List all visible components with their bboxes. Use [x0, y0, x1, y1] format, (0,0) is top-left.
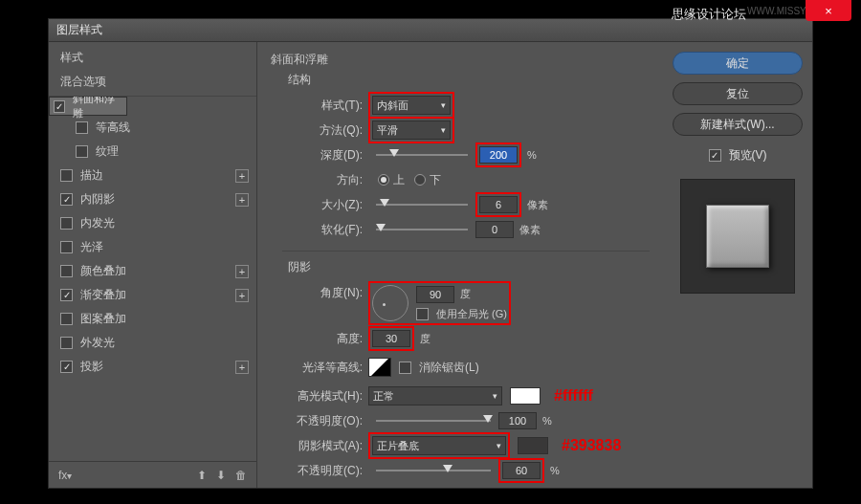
fx-icon[interactable]: fx▾: [56, 467, 74, 484]
preview-swatch: [706, 205, 769, 268]
sidebar-footer: fx▾ ⬆ ⬇ 🗑: [49, 461, 256, 488]
direction-label: 方向:: [294, 172, 368, 188]
direction-up-radio[interactable]: [378, 174, 389, 186]
highlight-color-swatch[interactable]: [510, 387, 541, 405]
sidebar-item-satin[interactable]: 光泽: [49, 235, 256, 259]
checkbox-icon[interactable]: [60, 217, 73, 230]
checkbox-icon[interactable]: [76, 145, 88, 158]
annotation-shadow-color: #393838: [562, 437, 621, 454]
sidebar-item-texture[interactable]: 纹理: [49, 140, 256, 164]
plus-icon[interactable]: +: [235, 289, 249, 302]
arrow-up-icon[interactable]: ⬆: [195, 467, 209, 484]
sidebar-style-list: 斜面和浮雕 等高线 纹理 描边+ 内阴影+ 内发光 光泽 颜色叠加+ 渐变叠加+…: [49, 97, 256, 461]
shading-group-title: 阴影: [288, 259, 650, 275]
shadow-mode-label: 阴影模式(A):: [294, 438, 368, 454]
antialias-checkbox[interactable]: [399, 362, 411, 374]
size-input[interactable]: [479, 196, 518, 213]
direction-down-radio[interactable]: [414, 174, 426, 186]
checkbox-icon[interactable]: [76, 121, 88, 134]
pixel-unit: 像素: [519, 223, 541, 237]
shadow-color-swatch[interactable]: [518, 437, 548, 454]
reset-button[interactable]: 复位: [673, 82, 803, 105]
trash-icon[interactable]: 🗑: [233, 467, 249, 484]
annotation-highlight-color: #ffffff: [554, 387, 593, 405]
forum-overlay-text: 思缘设计论坛: [672, 6, 746, 23]
sidebar-header: 样式: [49, 42, 256, 70]
altitude-label: 高度:: [294, 331, 368, 347]
depth-input[interactable]: [479, 146, 518, 164]
highlight-opacity-label: 不透明度(O):: [294, 413, 368, 429]
settings-panel: 斜面和浮雕 结构 样式(T): 内斜面▾ 方法(Q): 平滑▾ 深度(D):: [257, 42, 663, 488]
sidebar-blend-options[interactable]: 混合选项: [49, 70, 256, 97]
plus-icon[interactable]: +: [235, 361, 249, 374]
checkbox-icon[interactable]: [60, 361, 73, 373]
chevron-down-icon: ▾: [441, 100, 446, 110]
highlight-opacity-slider[interactable]: [376, 415, 491, 427]
checkbox-icon[interactable]: [60, 289, 73, 301]
highlight-mode-label: 高光模式(H):: [294, 388, 368, 405]
angle-input[interactable]: [416, 286, 454, 303]
chevron-down-icon: ▾: [497, 441, 501, 450]
plus-icon[interactable]: +: [235, 193, 249, 207]
checkbox-icon[interactable]: [60, 169, 73, 182]
checkbox-icon[interactable]: [60, 337, 73, 349]
plus-icon[interactable]: +: [235, 169, 249, 183]
method-label: 方法(Q):: [294, 122, 368, 139]
chevron-down-icon: ▾: [493, 391, 497, 401]
gloss-contour-label: 光泽等高线:: [294, 360, 368, 376]
structure-group-title: 结构: [288, 72, 650, 88]
altitude-input[interactable]: [372, 330, 410, 347]
depth-label: 深度(D):: [294, 147, 368, 164]
highlight-opacity-input[interactable]: [498, 412, 537, 429]
sidebar-item-gradient-overlay[interactable]: 渐变叠加+: [49, 283, 256, 307]
size-label: 大小(Z):: [294, 197, 368, 213]
shadow-opacity-slider[interactable]: [376, 465, 491, 476]
size-slider[interactable]: [376, 199, 468, 210]
checkbox-icon[interactable]: [60, 193, 73, 206]
angle-dial[interactable]: [372, 285, 408, 321]
angle-label: 角度(N):: [294, 281, 368, 301]
sidebar-item-stroke[interactable]: 描边+: [49, 164, 256, 187]
plus-icon[interactable]: +: [235, 265, 249, 278]
section-title: 斜面和浮雕: [271, 52, 650, 68]
sidebar-item-pattern-overlay[interactable]: 图案叠加: [49, 307, 256, 331]
shadow-mode-select[interactable]: 正片叠底▾: [372, 436, 506, 455]
soften-slider[interactable]: [376, 224, 468, 235]
shadow-opacity-label: 不透明度(C):: [294, 463, 368, 479]
dialog-right-panel: 确定 复位 新建样式(W)... 预览(V): [663, 42, 812, 488]
gloss-contour-picker[interactable]: [368, 358, 391, 377]
sidebar-item-inner-glow[interactable]: 内发光: [49, 211, 256, 235]
style-select[interactable]: 内斜面▾: [372, 96, 451, 115]
window-close-button[interactable]: ×: [806, 0, 851, 21]
ok-button[interactable]: 确定: [673, 52, 803, 75]
checkbox-icon[interactable]: [54, 100, 65, 113]
new-style-button[interactable]: 新建样式(W)...: [673, 113, 803, 136]
pixel-unit: 像素: [527, 198, 548, 212]
chevron-down-icon: ▾: [441, 125, 446, 135]
arrow-down-icon[interactable]: ⬇: [214, 467, 228, 484]
sidebar-item-bevel[interactable]: 斜面和浮雕: [49, 97, 127, 116]
sidebar-item-inner-shadow[interactable]: 内阴影+: [49, 187, 256, 211]
styles-sidebar: 样式 混合选项 斜面和浮雕 等高线 纹理 描边+ 内阴影+ 内发光 光泽 颜色叠…: [49, 42, 257, 488]
sidebar-item-outer-glow[interactable]: 外发光: [49, 331, 256, 355]
checkbox-icon[interactable]: [60, 265, 73, 277]
dialog-title: 图层样式: [56, 22, 102, 38]
preview-checkbox[interactable]: [709, 149, 721, 162]
percent-unit: %: [527, 149, 537, 161]
highlight-mode-select[interactable]: 正常▾: [368, 386, 502, 405]
method-select[interactable]: 平滑▾: [372, 121, 451, 140]
global-light-checkbox[interactable]: [416, 308, 429, 320]
sidebar-item-color-overlay[interactable]: 颜色叠加+: [49, 259, 256, 283]
preview-box: [680, 179, 795, 294]
style-label: 样式(T):: [294, 98, 368, 114]
shadow-opacity-input[interactable]: [502, 462, 541, 479]
depth-slider[interactable]: [376, 149, 468, 161]
layer-style-dialog: 图层样式 样式 混合选项 斜面和浮雕 等高线 纹理 描边+ 内阴影+ 内发光 光…: [48, 18, 813, 489]
soften-input[interactable]: [475, 221, 514, 238]
checkbox-icon[interactable]: [60, 313, 73, 325]
soften-label: 软化(F):: [294, 222, 368, 238]
checkbox-icon[interactable]: [60, 241, 73, 253]
sidebar-item-drop-shadow[interactable]: 投影+: [49, 355, 256, 379]
